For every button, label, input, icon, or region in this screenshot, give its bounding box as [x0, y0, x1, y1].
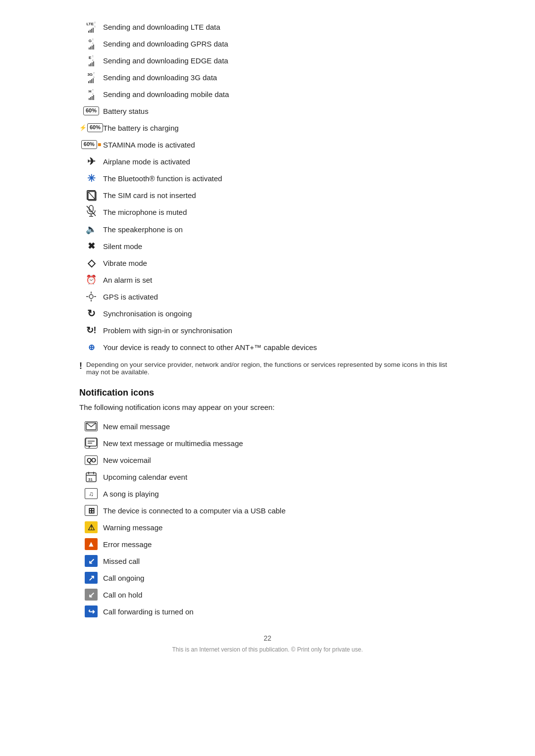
sms-mms-icon — [79, 438, 103, 449]
voicemail-icon: QO — [79, 455, 103, 465]
list-item: 3G ↑ ↓ Sending and downloading 3G data — [79, 70, 456, 84]
page-footer: 22 This is an Internet version of this p… — [79, 634, 456, 653]
list-item: ⚡ 60% The battery is charging — [79, 121, 456, 135]
svg-text:31: 31 — [88, 477, 93, 482]
ant-plus-icon: ⊕ — [79, 343, 103, 352]
list-item: ↻! Problem with sign-in or synchronisati… — [79, 323, 456, 337]
notification-section-title: Notification icons — [79, 388, 456, 398]
mute-mic-description: The microphone is muted — [103, 208, 456, 216]
voicemail-description: New voicemail — [103, 456, 456, 464]
call-ongoing-description: Call ongoing — [103, 574, 456, 582]
airplane-mode-icon: ✈ — [79, 155, 103, 167]
no-sim-icon — [79, 190, 103, 200]
battery-description: Battery status — [103, 107, 456, 115]
missed-call-description: Missed call — [103, 557, 456, 565]
stamina-icon: 60% ■ — [79, 140, 103, 149]
battery-charging-icon: ⚡ 60% — [79, 123, 103, 132]
ant-plus-description: Your device is ready to connect to other… — [103, 343, 456, 352]
list-item: New email message — [79, 419, 456, 433]
error-description: Error message — [103, 540, 456, 549]
list-item: ⊕ Your device is ready to connect to oth… — [79, 340, 456, 354]
stamina-description: STAMINA mode is activated — [103, 141, 456, 149]
page-number: 22 — [79, 634, 456, 642]
sync-problem-description: Problem with sign-in or synchronisation — [103, 326, 456, 335]
gprs-data-description: Sending and downloading GPRS data — [103, 40, 456, 48]
list-item: ↗ Call ongoing — [79, 571, 456, 585]
edge-data-icon: E ↑ ↓ — [79, 54, 103, 66]
calendar-description: Upcoming calendar event — [103, 473, 456, 481]
silent-mode-description: Silent mode — [103, 242, 456, 251]
3g-data-description: Sending and downloading 3G data — [103, 73, 456, 82]
list-item: ♫ A song is playing — [79, 487, 456, 501]
lte-data-description: Sending and downloading LTE data — [103, 23, 456, 31]
gps-icon — [79, 291, 103, 302]
3g-data-icon: 3G ↑ ↓ — [79, 71, 103, 83]
edge-data-description: Sending and downloading EDGE data — [103, 56, 456, 65]
list-item: 31 Upcoming calendar event — [79, 470, 456, 484]
sync-problem-icon: ↻! — [79, 325, 103, 336]
missed-call-icon: ↙ — [79, 555, 103, 567]
list-item: LTE ↑ ↓ Sending and downloading LTE data — [79, 20, 456, 34]
note-block: ! Depending on your service provider, ne… — [79, 361, 456, 376]
note-text: Depending on your service provider, netw… — [86, 361, 456, 376]
page-legal: This is an Internet version of this publ… — [79, 646, 456, 653]
bluetooth-description: The Bluetooth® function is activated — [103, 174, 456, 183]
calendar-icon: 31 — [79, 471, 103, 483]
list-item: GPS is activated — [79, 290, 456, 303]
list-item: 60% Battery status — [79, 104, 456, 118]
email-icon — [79, 421, 103, 431]
mobile-data-icon: H ↑ ↓ — [79, 88, 103, 100]
speakerphone-description: The speakerphone is on — [103, 225, 456, 234]
mobile-data-description: Sending and downloading mobile data — [103, 90, 456, 99]
status-icon-list: LTE ↑ ↓ Sending and downloading LTE data — [79, 20, 456, 354]
list-item: ↙ Missed call — [79, 554, 456, 568]
warning-icon: ⚠ — [79, 521, 103, 533]
no-sim-description: The SIM card is not inserted — [103, 191, 456, 200]
call-hold-description: Call on hold — [103, 591, 456, 599]
note-icon: ! — [79, 361, 82, 371]
email-description: New email message — [103, 422, 456, 431]
mute-mic-icon — [79, 205, 103, 219]
svg-rect-12 — [86, 438, 97, 446]
battery-charging-description: The battery is charging — [103, 124, 456, 132]
alarm-icon: ⏰ — [79, 274, 103, 285]
list-item: E ↑ ↓ Sending and downloading EDGE data — [79, 53, 456, 67]
usb-description: The device is connected to a computer vi… — [103, 506, 456, 515]
list-item: ↻ Synchronisation is ongoing — [79, 306, 456, 320]
list-item: G ↑ ↓ Sending and downloading GPRS data — [79, 37, 456, 50]
speakerphone-icon: 🔈 — [79, 224, 103, 235]
sync-description: Synchronisation is ongoing — [103, 309, 456, 318]
alarm-description: An alarm is set — [103, 276, 456, 284]
silent-mode-icon: ✖ — [79, 241, 103, 252]
list-item: 60% ■ STAMINA mode is activated — [79, 138, 456, 151]
call-forwarding-icon: ↪ — [79, 605, 103, 617]
usb-icon: ⊞ — [79, 505, 103, 516]
sms-mms-description: New text message or multimedia message — [103, 439, 456, 448]
notification-icon-list: New email message New text message or mu… — [79, 419, 456, 618]
airplane-mode-description: Airplane mode is activated — [103, 157, 456, 166]
call-hold-icon: ↙ — [79, 589, 103, 601]
list-item: New text message or multimedia message — [79, 436, 456, 450]
battery-icon: 60% — [79, 106, 103, 115]
list-item: The SIM card is not inserted — [79, 188, 456, 202]
svg-line-1 — [88, 192, 96, 201]
music-icon: ♫ — [79, 488, 103, 499]
list-item: The microphone is muted — [79, 205, 456, 219]
list-item: ✖ Silent mode — [79, 239, 456, 253]
notification-section: Notification icons The following notific… — [79, 388, 456, 618]
list-item: 🔈 The speakerphone is on — [79, 222, 456, 236]
music-description: A song is playing — [103, 490, 456, 498]
list-item: ⏰ An alarm is set — [79, 273, 456, 287]
list-item: ⊞ The device is connected to a computer … — [79, 504, 456, 517]
vibrate-mode-icon: ◇ — [79, 257, 103, 269]
warning-description: Warning message — [103, 523, 456, 532]
call-ongoing-icon: ↗ — [79, 572, 103, 584]
list-item: H ↑ ↓ Sending and downloading mobile dat… — [79, 87, 456, 101]
gprs-data-icon: G ↑ ↓ — [79, 38, 103, 50]
list-item: ◇ Vibrate mode — [79, 256, 456, 270]
call-forwarding-description: Call forwarding is turned on — [103, 607, 456, 616]
notification-section-intro: The following notification icons may app… — [79, 403, 456, 411]
list-item: ⚠ Warning message — [79, 520, 456, 534]
lte-data-icon: LTE ↑ ↓ — [79, 21, 103, 33]
list-item: ↙ Call on hold — [79, 588, 456, 602]
